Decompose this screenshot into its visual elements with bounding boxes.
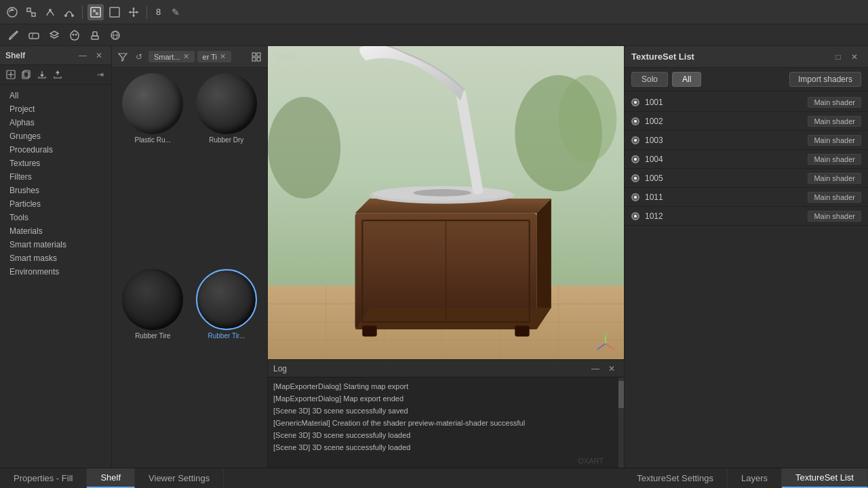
texture-radio-1012[interactable] (631, 212, 639, 220)
svg-rect-35 (252, 53, 256, 56)
svg-point-42 (268, 97, 340, 199)
nav-smart-materials[interactable]: Smart materials (0, 238, 111, 251)
tab-layers[interactable]: Layers (728, 468, 782, 488)
svg-marker-13 (132, 15, 135, 17)
arc2-tool-icon[interactable] (61, 4, 77, 20)
tab-erti-close[interactable]: ✕ (220, 52, 226, 61)
filter-icon[interactable] (116, 50, 130, 64)
tab-properties-fill[interactable]: Properties - Fill (0, 468, 87, 488)
viewport-scene (268, 46, 624, 359)
erase-icon[interactable] (26, 27, 42, 43)
texture-row-1001[interactable]: 1001 Main shader (625, 93, 868, 112)
nav-procedurals[interactable]: Procedurals (0, 143, 111, 157)
3d-viewport[interactable]: Marc... Y X Z (268, 46, 624, 359)
shelf-minimize-icon[interactable]: — (76, 49, 90, 62)
tab-smart[interactable]: Smart... ✕ (149, 51, 195, 62)
tab-erti-label: er Ti (203, 53, 217, 61)
scale-tool-icon[interactable] (23, 4, 39, 20)
textureset-maximize-icon[interactable]: □ (831, 50, 845, 64)
rubber-tire-sphere (122, 269, 183, 330)
tab-textureset-list[interactable]: TextureSet List (782, 468, 868, 488)
nav-brushes[interactable]: Brushes (0, 184, 111, 197)
textureset-controls: □ ✕ (831, 50, 861, 64)
mask-icon[interactable] (66, 27, 83, 43)
nav-grunges[interactable]: Grunges (0, 129, 111, 143)
nav-project[interactable]: Project (0, 102, 111, 116)
nav-filters[interactable]: Filters (0, 170, 111, 184)
nav-tools[interactable]: Tools (0, 211, 111, 224)
log-entry-5: [Scene 3D] 3D scene successfully loaded (273, 441, 618, 453)
toolbar-sep-2 (146, 5, 147, 19)
log-minimize-icon[interactable]: — (589, 362, 602, 375)
material-rubber-dry[interactable]: Rubber Dry (191, 73, 262, 266)
import-shaders-button[interactable]: Import shaders (789, 72, 861, 87)
shader-badge-1004: Main shader (808, 154, 861, 165)
texture-row-1011[interactable]: 1011 Main shader (625, 188, 868, 207)
shader-badge-1001: Main shader (808, 97, 861, 108)
nav-alphas[interactable]: Alphas (0, 116, 111, 129)
shelf-exit-icon[interactable]: ⇥ (94, 68, 107, 81)
grid-view-icon[interactable] (250, 50, 263, 64)
undo-icon[interactable]: ↺ (132, 50, 146, 64)
main-area: Shelf — ✕ ⇥ All Project (0, 46, 868, 468)
svg-point-62 (413, 189, 471, 197)
box-mode-icon[interactable] (87, 4, 104, 20)
nav-textures[interactable]: Textures (0, 157, 111, 170)
tab-smart-close[interactable]: ✕ (183, 52, 189, 61)
tab-shelf[interactable]: Shelf (87, 468, 135, 488)
tab-erti[interactable]: er Ti ✕ (197, 51, 231, 62)
textureset-close-icon[interactable]: ✕ (848, 50, 861, 64)
texture-row-1003[interactable]: 1003 Main shader (625, 131, 868, 150)
nav-environments[interactable]: Environments (0, 265, 111, 279)
texture-row-1005[interactable]: 1005 Main shader (625, 169, 868, 188)
rotate-tool-icon[interactable] (4, 4, 20, 20)
layer-icon[interactable] (46, 27, 62, 43)
second-toolbar (0, 24, 868, 46)
stamp-icon[interactable] (87, 27, 103, 43)
texture-radio-1003[interactable] (631, 136, 639, 144)
texture-radio-1004[interactable] (631, 155, 639, 163)
arc-tool-icon[interactable] (42, 4, 58, 20)
texture-radio-1005[interactable] (631, 174, 639, 182)
material-plastic-ru[interactable]: Plastic Ru... (117, 73, 189, 266)
nav-materials[interactable]: Materials (0, 224, 111, 238)
texture-row-1002[interactable]: 1002 Main shader (625, 112, 868, 131)
texture-radio-1001[interactable] (631, 98, 639, 106)
svg-rect-37 (252, 58, 256, 61)
shelf-export-icon[interactable] (51, 68, 64, 81)
shelf-close-icon[interactable]: ✕ (92, 49, 106, 62)
log-panel: Log — ✕ [MapExporterDialog] Starting map… (268, 359, 624, 468)
texture-radio-1011[interactable] (631, 193, 639, 201)
shelf-import-icon[interactable] (35, 68, 49, 81)
all-button[interactable]: All (672, 72, 701, 87)
brush-icon[interactable]: ✎ (167, 4, 184, 20)
nav-smart-masks[interactable]: Smart masks (0, 251, 111, 265)
tab-textureset-settings[interactable]: TextureSet Settings (623, 468, 728, 488)
move3d-icon[interactable] (125, 4, 142, 20)
material-rubber-tire2-thumb (196, 269, 257, 330)
svg-rect-22 (93, 32, 97, 36)
paint-icon[interactable] (5, 27, 22, 43)
log-close-icon[interactable]: ✕ (605, 362, 618, 375)
log-scrollbar-thumb[interactable] (618, 381, 624, 408)
nav-particles[interactable]: Particles (0, 197, 111, 211)
shelf-copy-icon[interactable] (20, 68, 33, 81)
solo-button[interactable]: Solo (631, 72, 668, 87)
texture-row-1012[interactable]: 1012 Main shader (625, 207, 868, 226)
material-rubber-tire2[interactable]: Rubber Tir... (191, 269, 262, 462)
texture-row-1004[interactable]: 1004 Main shader (625, 150, 868, 169)
box2-mode-icon[interactable] (106, 4, 123, 20)
tab-smart-label: Smart... (154, 53, 180, 61)
projection-icon[interactable] (107, 27, 123, 43)
shelf-sub-toolbar: ⇥ (0, 65, 111, 85)
log-entry-3: [GenericMaterial] Creation of the shader… (273, 417, 618, 429)
log-scrollbar[interactable] (618, 378, 624, 468)
shader-badge-1002: Main shader (808, 116, 861, 127)
svg-rect-17 (29, 33, 39, 39)
material-rubber-tire[interactable]: Rubber Tire (117, 269, 189, 462)
texture-name-1001: 1001 (645, 98, 802, 107)
tab-viewer-settings[interactable]: Viewer Settings (135, 468, 224, 488)
nav-all[interactable]: All (0, 89, 111, 102)
shelf-add-icon[interactable] (4, 68, 18, 81)
texture-radio-1002[interactable] (631, 117, 639, 125)
